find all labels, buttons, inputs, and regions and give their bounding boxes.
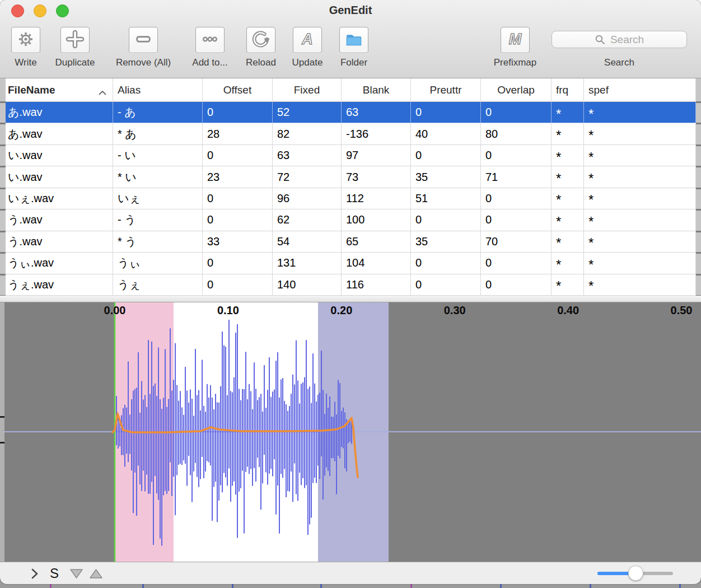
table-cell[interactable]: 72 (273, 166, 342, 187)
table-cell[interactable]: 23 (203, 166, 273, 187)
toolbar-button-reload[interactable] (246, 27, 275, 53)
table-cell[interactable]: うぇ.wav (6, 274, 113, 295)
table-cell[interactable]: 70 (481, 231, 552, 252)
table-cell[interactable]: - い (113, 145, 203, 166)
table-cell[interactable]: 0 (481, 102, 552, 123)
table-row[interactable]: う.wav- う06210000** (6, 209, 696, 231)
table-cell[interactable]: 0 (481, 274, 552, 295)
table-cell[interactable]: 0 (203, 145, 273, 166)
column-header-4[interactable]: Blank (342, 78, 411, 102)
table-cell[interactable]: * (584, 123, 696, 144)
table-cell[interactable]: うぃ (113, 253, 203, 273)
table-cell[interactable]: 97 (342, 145, 411, 166)
move-down-button[interactable] (69, 568, 83, 580)
table-cell[interactable]: * (552, 253, 584, 273)
table-cell[interactable]: い.wav (6, 145, 113, 166)
table-row[interactable]: う.wav* う3354653570** (6, 231, 696, 253)
table-cell[interactable]: * (552, 231, 584, 252)
table-cell[interactable]: 35 (411, 231, 481, 252)
table-cell[interactable]: 131 (273, 253, 342, 273)
table-cell[interactable]: 82 (273, 123, 342, 144)
table-cell[interactable]: 96 (273, 188, 342, 209)
table-cell[interactable]: 112 (342, 188, 411, 209)
table-cell[interactable]: * (584, 231, 696, 252)
table-cell[interactable]: 0 (481, 145, 552, 166)
search-input[interactable]: Search (552, 31, 687, 48)
column-header-6[interactable]: Overlap (481, 78, 552, 102)
table-cell[interactable]: 140 (273, 274, 342, 295)
table-cell[interactable]: 0 (411, 274, 481, 295)
toolbar-button-folder[interactable] (339, 27, 368, 53)
table-cell[interactable]: 0 (411, 102, 481, 123)
table-cell[interactable]: 63 (273, 145, 342, 166)
column-header-1[interactable]: Alias (113, 78, 203, 102)
table-row[interactable]: あ.wav* あ2882-1364080** (6, 123, 696, 144)
table-cell[interactable]: 0 (481, 209, 552, 230)
table-cell[interactable]: * (552, 188, 584, 209)
toolbar-button-duplicate[interactable] (60, 27, 90, 53)
table-cell[interactable]: * (552, 102, 584, 123)
table-cell[interactable]: い.wav (6, 166, 113, 187)
table-row[interactable]: うぃ.wavうぃ013110400** (6, 253, 696, 274)
table-cell[interactable]: 116 (342, 274, 411, 295)
table-cell[interactable]: 104 (342, 253, 411, 273)
table-cell[interactable]: * (584, 145, 696, 166)
table-cell[interactable]: 62 (273, 209, 342, 230)
expander-chevron-icon[interactable] (31, 568, 38, 579)
toolbar-button-add-to[interactable] (195, 27, 225, 53)
table-cell[interactable]: * (584, 274, 696, 295)
table-cell[interactable]: 100 (342, 209, 411, 230)
table-cell[interactable]: * (584, 209, 696, 230)
table-cell[interactable]: - う (113, 209, 203, 230)
column-header-0[interactable]: FileName (6, 78, 113, 102)
table-cell[interactable]: * (584, 166, 696, 187)
table-cell[interactable]: 65 (342, 231, 411, 252)
table-cell[interactable]: * (552, 274, 584, 295)
table-row[interactable]: いぇ.wavいぇ096112510** (6, 188, 696, 209)
table-cell[interactable]: 0 (411, 209, 481, 230)
toolbar-button-write[interactable] (11, 27, 40, 53)
column-header-5[interactable]: Preuttr (411, 78, 481, 102)
toolbar-button-prefixmap[interactable]: M (501, 27, 530, 53)
table-cell[interactable]: う.wav (6, 231, 113, 252)
table-cell[interactable]: 0 (481, 253, 552, 273)
table-cell[interactable]: * (552, 166, 584, 187)
table-cell[interactable]: -136 (342, 123, 411, 144)
waveform-editor[interactable]: 0.000.100.200.300.400.50 (0, 302, 701, 562)
table-cell[interactable]: 0 (203, 274, 273, 295)
table-cell[interactable]: * (584, 188, 696, 209)
move-up-button[interactable] (89, 568, 103, 580)
table-cell[interactable]: 0 (411, 253, 481, 273)
table-cell[interactable]: 0 (203, 209, 273, 230)
table-cell[interactable]: うぇ (113, 274, 203, 295)
s-mode-label[interactable]: S (50, 566, 59, 581)
column-header-3[interactable]: Fixed (273, 78, 342, 102)
table-row[interactable]: うぇ.wavうぇ014011600** (6, 274, 696, 296)
table-cell[interactable]: * (552, 123, 584, 144)
table-cell[interactable]: 0 (203, 188, 273, 209)
table-cell[interactable]: 63 (342, 102, 411, 123)
table-cell[interactable]: * (584, 102, 696, 123)
table-cell[interactable]: 51 (411, 188, 481, 209)
table-row[interactable]: い.wav- い0639700** (6, 145, 696, 166)
table-cell[interactable]: * い (113, 166, 203, 187)
table-cell[interactable]: * (584, 253, 696, 273)
table-cell[interactable]: - あ (113, 102, 203, 123)
table-row[interactable]: あ.wav- あ0526300** (6, 102, 696, 123)
table-cell[interactable]: いぇ.wav (6, 188, 113, 209)
column-header-7[interactable]: frq (552, 78, 584, 102)
table-row[interactable]: い.wav* い2372733571** (6, 166, 696, 188)
table-cell[interactable]: 71 (481, 166, 552, 187)
table-cell[interactable]: 0 (411, 145, 481, 166)
table-cell[interactable]: 28 (203, 123, 273, 144)
table-cell[interactable]: 40 (411, 123, 481, 144)
table-cell[interactable]: 33 (203, 231, 273, 252)
table-cell[interactable]: 0 (203, 253, 273, 273)
table-cell[interactable]: う.wav (6, 209, 113, 230)
column-header-8[interactable]: spef (584, 78, 696, 102)
table-cell[interactable]: * あ (113, 123, 203, 144)
table-cell[interactable]: 0 (481, 188, 552, 209)
table-cell[interactable]: * う (113, 231, 203, 252)
table-cell[interactable]: 80 (481, 123, 552, 144)
table-cell[interactable]: * (552, 145, 584, 166)
